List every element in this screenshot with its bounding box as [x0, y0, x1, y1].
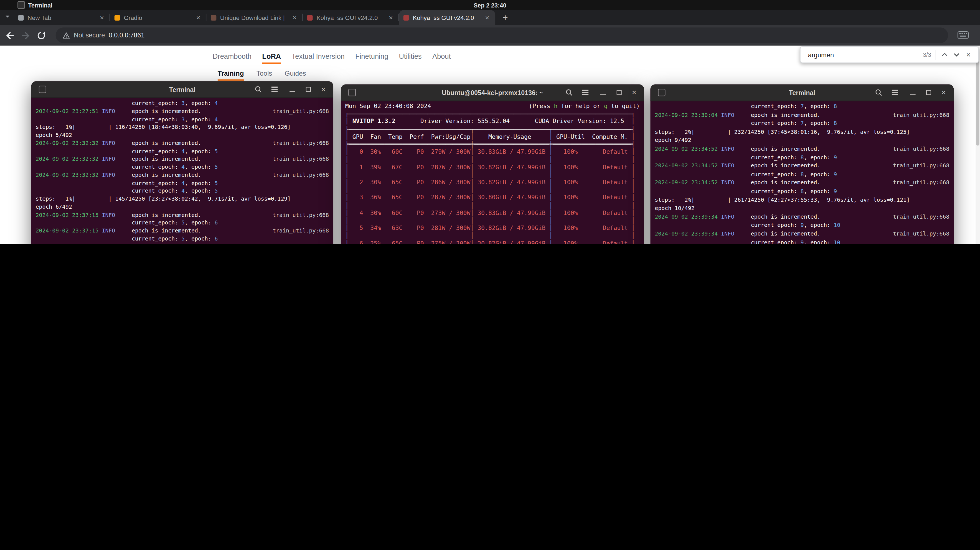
terminal-window-nvitop: Ubuntu@0054-kci-prxmx10136: ~ × Mon Sep …: [341, 84, 644, 244]
browser-tab[interactable]: Gradio: [110, 10, 206, 25]
terminal-line: 2024-09-02 23:30:04 INFO epoch is increm…: [655, 111, 949, 120]
terminal-line: │ 1 39% 67C P0 287W / 300W│ 30.82GiB / 4…: [345, 163, 640, 171]
minimize-icon[interactable]: [287, 84, 297, 94]
main-tab[interactable]: Utilities: [399, 52, 422, 64]
terminal-line: steps: 2%| | 232/14250 [37:45<38:01:16, …: [655, 128, 949, 136]
terminal-line: current_epoch: 8, epoch: 9: [655, 187, 949, 196]
terminal-line: │ NVITOP 1.3.2 Driver Version: 555.52.04…: [345, 118, 640, 125]
terminal-line: current_epoch: 5, epoch: 6: [36, 219, 329, 227]
minimize-icon[interactable]: [907, 87, 917, 98]
menu-icon[interactable]: [581, 87, 590, 98]
menu-icon[interactable]: [270, 84, 280, 94]
forward-icon[interactable]: [21, 30, 30, 40]
close-icon[interactable]: ×: [939, 87, 949, 98]
terminal-line: epoch 6/492: [36, 203, 329, 211]
terminal-line: ╞══════════════════════════════════╪════…: [345, 141, 640, 148]
terminal-line: current_epoch: 7, epoch: 8: [655, 119, 949, 128]
page-scrollbar[interactable]: [975, 46, 980, 244]
find-previous-button[interactable]: [939, 49, 951, 61]
tab-favicon: [404, 15, 409, 20]
maximize-icon[interactable]: [614, 87, 624, 98]
minimize-icon[interactable]: [598, 87, 608, 98]
terminal-line: current_epoch: 4, epoch: 5: [36, 187, 329, 195]
tab-title: Unique Download Link |: [220, 14, 287, 21]
terminal-line: current_epoch: 5, epoch: 6: [36, 235, 329, 243]
terminal-line: 2024-09-02 23:34:52 INFO epoch is increm…: [655, 162, 949, 170]
terminal-line: 2024-09-02 23:39:34 INFO epoch is increm…: [655, 213, 949, 221]
search-icon[interactable]: [874, 87, 884, 98]
tab-close-icon[interactable]: [387, 14, 395, 21]
terminal-line: current_epoch: 8, epoch: 9: [655, 170, 949, 179]
focused-app-name[interactable]: Terminal: [28, 2, 52, 9]
terminal-line: 2024-09-02 23:27:51 INFO epoch is increm…: [36, 107, 329, 115]
terminal-app-icon: [18, 2, 25, 9]
main-tab[interactable]: About: [432, 52, 451, 64]
menu-icon[interactable]: [890, 87, 900, 98]
reload-icon[interactable]: [36, 30, 46, 40]
tab-close-icon[interactable]: [98, 14, 106, 21]
terminal-line: │ 2 30% 65C P0 286W / 300W│ 30.82GiB / 4…: [345, 179, 640, 187]
terminal-titlebar[interactable]: Terminal ×: [31, 81, 333, 98]
browser-tab[interactable]: Kohya_ss GUI v24.2.0: [399, 10, 495, 25]
terminal-line: │ 3 36% 65C P0 287W / 300W│ 30.80GiB / 4…: [345, 194, 640, 202]
terminal-line: │ │ │ │: [345, 232, 640, 240]
main-tab[interactable]: Textual Inversion: [292, 52, 345, 64]
maximize-icon[interactable]: [924, 87, 934, 98]
clock[interactable]: Sep 2 23:40: [474, 2, 506, 9]
address-bar[interactable]: Not secure 0.0.0.0:7861: [56, 27, 948, 43]
terminal-line: steps: 1%| | 145/14250 [23:27<38:02:42, …: [36, 195, 329, 203]
terminal-window-right: Terminal × current_epoch: 7, epoch: 8202…: [650, 84, 954, 244]
terminal-window-left: Terminal × current_epoch: 3, epoch: 4202…: [31, 81, 333, 244]
terminal-line: epoch 5/492: [36, 132, 329, 139]
screen: Terminal Sep 2 23:40 New Tab Gradio Uniq…: [0, 0, 980, 244]
find-next-button[interactable]: [951, 49, 963, 61]
sub-tab[interactable]: Tools: [256, 69, 272, 81]
terminal-line: │ │ │ │: [345, 202, 640, 209]
find-close-icon[interactable]: ×: [963, 49, 974, 61]
terminal-line: 2024-09-02 23:37:15 INFO epoch is increm…: [36, 243, 329, 244]
terminal-line: ╒═══════════════════════════════════════…: [345, 110, 640, 118]
browser-tab[interactable]: New Tab: [14, 10, 110, 25]
tab-close-icon[interactable]: [484, 14, 491, 21]
sub-tab[interactable]: Training: [218, 69, 244, 81]
terminal-line: current_epoch: 4, epoch: 5: [36, 179, 329, 187]
tab-close-icon[interactable]: [194, 14, 202, 21]
tab-favicon: [211, 15, 216, 20]
search-icon[interactable]: [564, 87, 574, 98]
terminal-line: 2024-09-02 23:34:52 INFO epoch is increm…: [655, 145, 949, 154]
terminal-title: Terminal: [789, 89, 815, 96]
back-icon[interactable]: [5, 30, 15, 40]
tab-title: New Tab: [27, 14, 94, 21]
browser-tab[interactable]: Unique Download Link |: [206, 10, 302, 25]
main-tab[interactable]: Dreambooth: [213, 52, 251, 64]
main-tab[interactable]: LoRA: [262, 52, 281, 64]
terminal-line: steps: 2%| | 261/14250 [42:27<37:55:33, …: [655, 196, 949, 204]
terminal-titlebar[interactable]: Terminal ×: [650, 84, 954, 101]
browser-toolbar: Not secure 0.0.0.0:7861: [0, 25, 980, 46]
security-label: Not secure: [74, 32, 105, 39]
search-icon[interactable]: [253, 84, 263, 94]
not-secure-warning-icon: [63, 32, 70, 39]
terminal-window-icon: [347, 87, 357, 98]
tab-title: Gradio: [124, 14, 191, 21]
maximize-icon[interactable]: [303, 84, 313, 94]
sub-tab[interactable]: Guides: [285, 69, 306, 81]
terminal-line: epoch 10/492: [655, 204, 949, 213]
chevron-down-icon[interactable]: [6, 16, 10, 19]
terminal-output: current_epoch: 3, epoch: 42024-09-02 23:…: [31, 98, 333, 244]
close-icon[interactable]: ×: [629, 87, 639, 98]
find-input[interactable]: argumen: [808, 51, 923, 59]
tab-close-icon[interactable]: [291, 14, 298, 21]
terminal-window-icon: [657, 87, 667, 98]
browser-tab[interactable]: Kohya_ss GUI v24.2.0: [303, 10, 399, 25]
keyboard-icon[interactable]: [958, 31, 969, 40]
tab-favicon: [18, 15, 24, 20]
new-tab-button[interactable]: +: [499, 11, 512, 24]
terminal-output: Mon Sep 02 23:40:08 2024(Press h for hel…: [341, 101, 644, 244]
terminal-title: Terminal: [169, 86, 196, 93]
terminal-line: epoch 9/492: [655, 136, 949, 145]
terminal-titlebar[interactable]: Ubuntu@0054-kci-prxmx10136: ~ ×: [341, 84, 644, 101]
close-icon[interactable]: ×: [318, 84, 328, 94]
main-tab[interactable]: Finetuning: [355, 52, 388, 64]
terminal-line: current_epoch: 4, epoch: 5: [36, 147, 329, 155]
